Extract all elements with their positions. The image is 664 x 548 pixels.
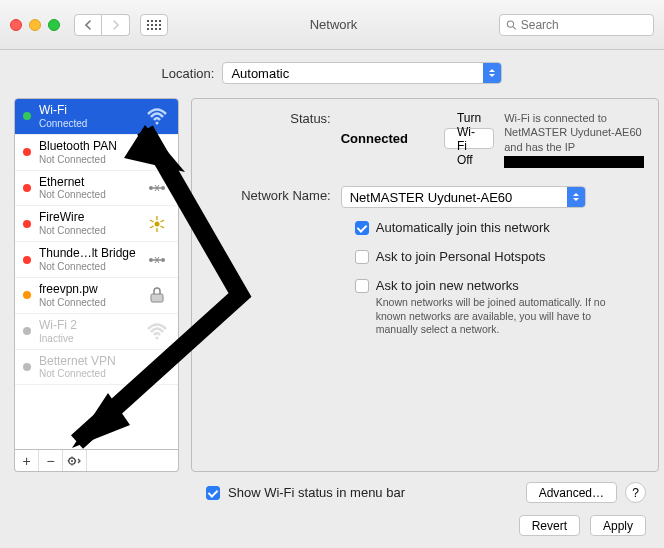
redacted-ip <box>504 156 644 168</box>
detail-pane: Status: Connected Turn Wi-Fi Off Wi-Fi i… <box>191 98 659 472</box>
ask-hotspot-label: Ask to join Personal Hotspots <box>376 249 546 264</box>
titlebar: Network <box>0 0 664 50</box>
network-name-value: NetMASTER Uydunet-AE60 <box>342 190 567 205</box>
ask-hotspot-checkbox[interactable] <box>355 250 369 264</box>
search-icon <box>506 19 517 31</box>
interfaces-sidebar: Wi-FiConnectedBluetooth PANNot Connected… <box>14 98 179 472</box>
show-menu-label: Show Wi-Fi status in menu bar <box>228 485 518 500</box>
show-all-button[interactable] <box>140 14 168 36</box>
sidebar-item-betternet-vpn[interactable]: Betternet VPNNot Connected <box>15 350 178 386</box>
svg-line-11 <box>150 226 154 228</box>
network-name-label: Network Name: <box>206 186 331 208</box>
chevron-updown-icon <box>567 187 585 207</box>
interface-status: Connected <box>39 118 136 129</box>
sidebar-item-bluetooth-pan[interactable]: Bluetooth PANNot Connected <box>15 135 178 171</box>
network-name-select[interactable]: NetMASTER Uydunet-AE60 <box>341 186 586 208</box>
wifi-dim-icon <box>144 321 170 341</box>
svg-line-10 <box>160 226 164 228</box>
interface-name: FireWire <box>39 211 136 225</box>
minimize-window-icon[interactable] <box>29 19 41 31</box>
interface-status: Not Connected <box>39 225 136 236</box>
status-value: Connected <box>341 131 408 146</box>
wifi-toggle-button[interactable]: Turn Wi-Fi Off <box>444 128 494 149</box>
gear-icon <box>67 455 83 467</box>
remove-interface-button[interactable]: − <box>39 450 63 471</box>
interface-name: Ethernet <box>39 176 136 190</box>
help-button[interactable]: ? <box>625 482 646 503</box>
interface-name: Wi-Fi 2 <box>39 319 136 333</box>
status-dot-icon <box>23 327 31 335</box>
svg-point-16 <box>155 337 158 340</box>
location-row: Location: Automatic <box>0 50 664 98</box>
sidebar-item-wi-fi[interactable]: Wi-FiConnected <box>15 99 178 135</box>
add-interface-button[interactable]: + <box>15 450 39 471</box>
location-value: Automatic <box>223 66 483 81</box>
chevron-updown-icon <box>483 63 501 83</box>
svg-point-4 <box>149 186 153 190</box>
svg-point-0 <box>507 20 513 26</box>
vpn-icon <box>144 285 170 305</box>
status-label: Status: <box>206 109 331 168</box>
interface-status: Not Connected <box>39 368 136 379</box>
new-networks-hint: Known networks will be joined automatica… <box>376 296 626 337</box>
status-subtext: Wi-Fi is connected to NetMASTER Uydunet-… <box>504 111 644 168</box>
revert-button[interactable]: Revert <box>519 515 580 536</box>
svg-point-5 <box>161 186 165 190</box>
interface-actions-button[interactable] <box>63 450 87 471</box>
svg-point-13 <box>149 258 153 262</box>
sidebar-toolbar: + − <box>14 450 179 472</box>
sidebar-item-ethernet[interactable]: EthernetNot Connected <box>15 171 178 207</box>
sidebar-item-firewire[interactable]: FireWireNot Connected <box>15 206 178 242</box>
sidebar-item-freevpn-pw[interactable]: freevpn.pwNot Connected <box>15 278 178 314</box>
interface-status: Not Connected <box>39 261 136 272</box>
close-window-icon[interactable] <box>10 19 22 31</box>
sidebar-item-thunde-lt-bridge[interactable]: Thunde…lt BridgeNot Connected <box>15 242 178 278</box>
apply-button[interactable]: Apply <box>590 515 646 536</box>
interface-name: Bluetooth PAN <box>39 140 136 154</box>
window-controls <box>10 19 60 31</box>
interface-status: Not Connected <box>39 154 136 165</box>
status-dot-icon <box>23 363 31 371</box>
search-field[interactable] <box>499 14 654 36</box>
interface-name: Thunde…lt Bridge <box>39 247 136 261</box>
show-menu-checkbox[interactable] <box>206 486 220 500</box>
ethernet-icon <box>144 178 170 198</box>
location-label: Location: <box>162 66 215 81</box>
sidebar-item-wi-fi-2[interactable]: Wi-Fi 2Inactive <box>15 314 178 350</box>
auto-join-label: Automatically join this network <box>376 220 550 235</box>
svg-point-14 <box>161 258 165 262</box>
interface-name: Betternet VPN <box>39 355 136 369</box>
interface-name: Wi-Fi <box>39 104 136 118</box>
svg-point-19 <box>71 460 73 462</box>
vpn-icon <box>144 357 170 377</box>
nav-buttons <box>74 14 130 36</box>
auto-join-checkbox[interactable] <box>355 221 369 235</box>
ask-new-networks-checkbox[interactable] <box>355 279 369 293</box>
svg-line-12 <box>160 220 164 222</box>
interface-status: Inactive <box>39 333 136 344</box>
window-title: Network <box>178 17 489 32</box>
status-dot-icon <box>23 256 31 264</box>
grid-icon <box>147 20 161 30</box>
interface-name: freevpn.pw <box>39 283 136 297</box>
ask-new-networks-label: Ask to join new networks <box>376 278 519 293</box>
bluetooth-icon <box>144 142 170 162</box>
interface-status: Not Connected <box>39 297 136 308</box>
interfaces-list: Wi-FiConnectedBluetooth PANNot Connected… <box>14 98 179 450</box>
svg-line-1 <box>513 26 516 29</box>
advanced-button[interactable]: Advanced… <box>526 482 617 503</box>
status-dot-icon <box>23 148 31 156</box>
forward-button[interactable] <box>102 14 130 36</box>
svg-line-9 <box>150 220 154 222</box>
svg-rect-15 <box>151 294 163 302</box>
svg-point-2 <box>155 122 158 125</box>
location-select[interactable]: Automatic <box>222 62 502 84</box>
thunderbolt-icon <box>144 250 170 270</box>
back-button[interactable] <box>74 14 102 36</box>
svg-point-6 <box>154 221 159 226</box>
search-input[interactable] <box>521 18 647 32</box>
firewire-icon <box>144 214 170 234</box>
zoom-window-icon[interactable] <box>48 19 60 31</box>
interface-status: Not Connected <box>39 189 136 200</box>
status-dot-icon <box>23 291 31 299</box>
